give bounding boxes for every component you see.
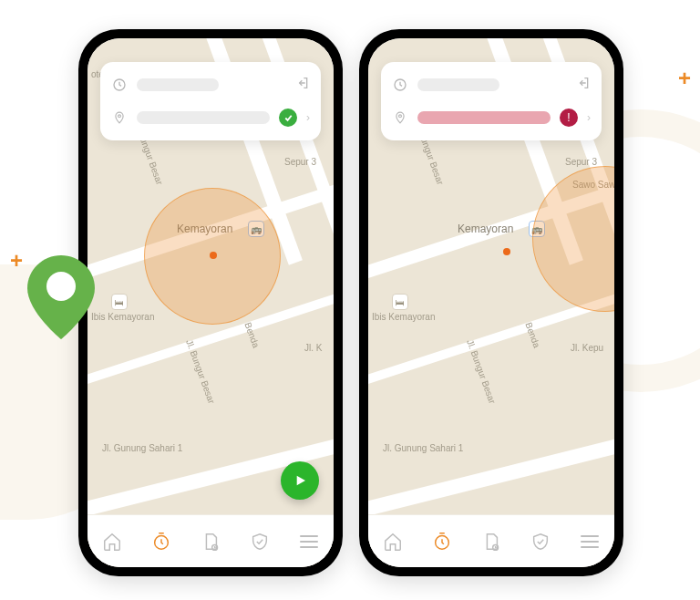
location-placeholder [137, 111, 270, 124]
bottom-nav [368, 514, 614, 567]
svg-point-0 [46, 272, 76, 301]
play-button[interactable] [281, 461, 319, 500]
status-card: › [100, 62, 321, 140]
clock-icon [392, 78, 408, 92]
hotel-poi-icon: 🛏 [111, 294, 128, 310]
hamburger-icon [300, 535, 318, 548]
exit-icon[interactable] [576, 76, 591, 94]
map-label: Sepur 3 [565, 157, 597, 167]
map-poi-label: Ibis Kemayoran [372, 312, 435, 322]
map-label: Jl. Kepu [571, 343, 603, 353]
phone-mockup-outside-zone: Sepur 3 Sawo Sawo Jl. Bungur Besar Jl. B… [359, 29, 623, 576]
nav-timer[interactable] [146, 526, 177, 557]
status-ok-icon [279, 109, 297, 127]
location-status-row[interactable]: ! › [392, 104, 591, 131]
user-location-dot [503, 248, 510, 255]
map-label: Jl. K [304, 343, 322, 353]
user-location-dot [210, 252, 217, 259]
map-label: Jl. Bungur Besar [184, 338, 217, 405]
nav-menu[interactable] [293, 526, 324, 557]
map-label: Sepur 3 [284, 157, 316, 167]
nav-notes[interactable] [476, 526, 507, 557]
status-error-icon: ! [560, 109, 578, 127]
nav-notes[interactable] [195, 526, 226, 557]
time-row[interactable] [392, 71, 591, 98]
svg-point-2 [118, 115, 121, 118]
svg-point-6 [399, 115, 402, 118]
nav-shield[interactable] [525, 526, 556, 557]
time-row[interactable] [111, 71, 310, 98]
chevron-right-icon: › [306, 111, 310, 124]
time-placeholder [137, 78, 219, 91]
map-area-label: Kemayoran [458, 222, 513, 235]
phone-mockup-inside-zone: otel Sepur 3 Jl. Bungur Besar Jl. Bungur… [78, 29, 343, 576]
map-poi-label: Ibis Kemayoran [91, 312, 154, 322]
hotel-poi-icon: 🛏 [392, 294, 408, 310]
bottom-nav [88, 514, 334, 567]
location-placeholder [417, 111, 551, 124]
location-pin-icon [27, 255, 95, 343]
time-placeholder [417, 78, 499, 91]
nav-menu[interactable] [574, 526, 605, 557]
chevron-right-icon: › [587, 111, 591, 124]
clock-icon [111, 78, 128, 92]
exit-icon[interactable] [295, 76, 310, 94]
pin-icon [111, 110, 128, 125]
map-label: Jl. Gunung Sahari 1 [102, 443, 182, 453]
map-label: Jl. Bungur Besar [465, 338, 498, 405]
nav-home[interactable] [377, 526, 408, 557]
pin-icon [392, 110, 408, 125]
map-label: Jl. Gunung Sahari 1 [383, 443, 463, 453]
nav-home[interactable] [97, 526, 128, 557]
nav-timer[interactable] [427, 526, 458, 557]
location-status-row[interactable]: › [111, 104, 310, 131]
hamburger-icon [581, 535, 599, 548]
status-card: ! › [381, 62, 602, 140]
nav-shield[interactable] [244, 526, 275, 557]
